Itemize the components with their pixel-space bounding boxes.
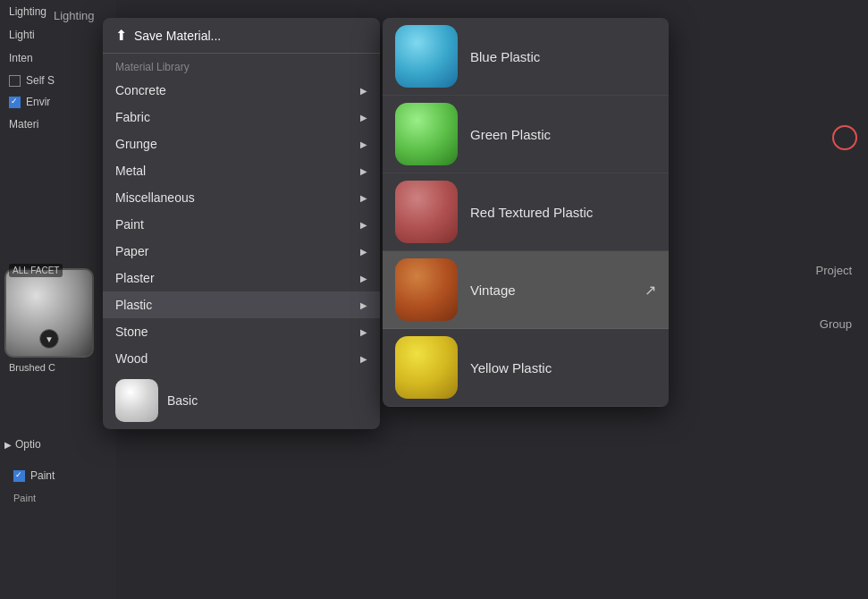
concrete-label: Concrete — [115, 83, 166, 97]
basic-thumbnail — [115, 379, 158, 422]
paint-label: Paint — [30, 469, 55, 482]
lighting-sub-label: Lighti — [0, 23, 116, 46]
menu-item-stone[interactable]: Stone ▶ — [103, 318, 380, 345]
vintage-thumbnail — [395, 258, 458, 321]
paper-arrow-icon: ▶ — [360, 247, 367, 257]
red-circle-icon[interactable] — [832, 125, 857, 150]
basic-label: Basic — [167, 393, 198, 408]
metal-label: Metal — [115, 164, 146, 178]
paint-arrow-icon: ▶ — [360, 220, 367, 230]
wood-label: Wood — [115, 351, 147, 366]
all-facet-label: ALL FACET — [9, 264, 63, 277]
material-thumbnail[interactable]: ▼ — [4, 268, 94, 358]
plastic-submenu: Blue Plastic Green Plastic Red Textured … — [383, 18, 669, 407]
intensity-label: Inten — [0, 46, 116, 70]
save-icon: ⬆ — [115, 27, 127, 44]
top-lighting-label: Lighting — [54, 9, 95, 22]
menu-item-grunge[interactable]: Grunge ▶ — [103, 131, 380, 157]
options-label: Optio — [15, 438, 41, 451]
vintage-label: Vintage — [470, 283, 516, 298]
environment-checkbox[interactable] — [9, 97, 21, 108]
paint-menu-label: Paint — [115, 217, 144, 232]
paint-checkbox-row[interactable]: Paint — [4, 465, 63, 486]
paint-sub-label: Paint — [4, 487, 45, 509]
material-dropdown-icon[interactable]: ▼ — [45, 334, 54, 344]
blue-plastic-thumbnail — [395, 25, 458, 88]
dropdown-menu: ⬆ Save Material... Material Library Conc… — [103, 18, 380, 429]
project-label: Project — [816, 264, 852, 277]
yellow-plastic-thumbnail — [395, 336, 458, 399]
menu-item-fabric[interactable]: Fabric ▶ — [103, 104, 380, 131]
menu-item-plastic[interactable]: Plastic ▶ — [103, 291, 380, 318]
submenu-item-green-plastic[interactable]: Green Plastic — [383, 96, 669, 173]
miscellaneous-arrow-icon: ▶ — [360, 193, 367, 203]
concrete-arrow-icon: ▶ — [360, 86, 367, 96]
material-label: Materi — [0, 113, 116, 136]
library-header: Material Library — [103, 54, 380, 77]
options-row: ▶ Optio — [4, 438, 41, 451]
fabric-arrow-icon: ▶ — [360, 113, 367, 122]
save-material-button[interactable]: ⬆ Save Material... — [103, 18, 380, 54]
menu-item-paper[interactable]: Paper ▶ — [103, 238, 380, 265]
menu-item-paint[interactable]: Paint ▶ — [103, 211, 380, 238]
menu-item-metal[interactable]: Metal ▶ — [103, 157, 380, 184]
menu-item-plaster[interactable]: Plaster ▶ — [103, 265, 380, 291]
stone-arrow-icon: ▶ — [360, 327, 367, 337]
plastic-arrow-icon: ▶ — [360, 300, 367, 310]
submenu-item-yellow-plastic[interactable]: Yellow Plastic — [383, 329, 669, 407]
grunge-arrow-icon: ▶ — [360, 139, 367, 149]
submenu-item-blue-plastic[interactable]: Blue Plastic — [383, 18, 669, 96]
submenu-item-red-plastic[interactable]: Red Textured Plastic — [383, 173, 669, 251]
plaster-arrow-icon: ▶ — [360, 274, 367, 283]
submenu-item-vintage[interactable]: Vintage ↗ — [383, 251, 669, 329]
plastic-label: Plastic — [115, 298, 152, 312]
brushed-label: Brushed C — [9, 362, 55, 373]
menu-item-concrete[interactable]: Concrete ▶ — [103, 77, 380, 104]
menu-item-basic[interactable]: Basic — [103, 372, 380, 429]
red-plastic-thumbnail — [395, 181, 458, 243]
red-plastic-label: Red Textured Plastic — [470, 205, 593, 220]
blue-plastic-label: Blue Plastic — [470, 49, 540, 64]
menu-item-miscellaneous[interactable]: Miscellaneous ▶ — [103, 184, 380, 211]
metal-arrow-icon: ▶ — [360, 166, 367, 176]
options-triangle-icon: ▶ — [4, 440, 12, 450]
group-label: Group — [820, 317, 852, 331]
green-plastic-label: Green Plastic — [470, 127, 551, 142]
self-shadow-label: Self S — [26, 74, 55, 87]
save-material-label: Save Material... — [134, 29, 221, 43]
self-shadow-row[interactable]: Self S — [0, 70, 116, 91]
grunge-label: Grunge — [115, 137, 157, 151]
fabric-label: Fabric — [115, 110, 150, 124]
yellow-plastic-label: Yellow Plastic — [470, 360, 552, 375]
environment-label: Envir — [26, 96, 50, 108]
cursor-icon: ↗ — [645, 282, 656, 299]
paper-label: Paper — [115, 244, 148, 258]
green-plastic-thumbnail — [395, 103, 458, 165]
wood-arrow-icon: ▶ — [360, 354, 367, 364]
stone-label: Stone — [115, 325, 148, 339]
miscellaneous-label: Miscellaneous — [115, 190, 195, 205]
paint-checkbox[interactable] — [13, 470, 25, 482]
plaster-label: Plaster — [115, 271, 155, 285]
menu-item-wood[interactable]: Wood ▶ — [103, 345, 380, 372]
self-shadow-checkbox[interactable] — [9, 75, 21, 87]
environment-row[interactable]: Envir — [0, 91, 116, 113]
